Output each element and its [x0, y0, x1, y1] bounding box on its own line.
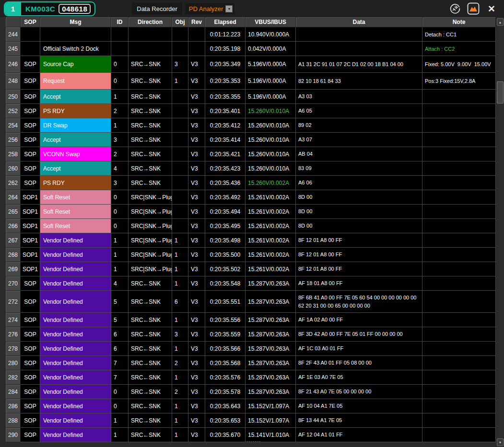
column-header-rev[interactable]: Rev: [188, 17, 205, 27]
table-row[interactable]: 280SOPVendor Defined7SRC→SNK2V30:20:35.5…: [6, 356, 496, 370]
table-row[interactable]: 245Official Switch 2 Dock0:20:35.1980.04…: [6, 42, 496, 56]
cell-msg: Vendor Defined: [40, 356, 111, 370]
row-number[interactable]: 274: [6, 313, 21, 327]
device-model-label: KM003C: [25, 5, 55, 13]
row-number[interactable]: 278: [6, 342, 21, 356]
column-header-obj[interactable]: Obj: [172, 17, 188, 27]
cell-vbus: 15.261V/0.002A: [246, 190, 296, 205]
table-row[interactable]: 256SOPAccept3SRC→SNKV30:20:35.41415.260V…: [6, 133, 496, 147]
waveform-chart-icon[interactable]: [467, 2, 480, 15]
cell-obj: [172, 42, 188, 56]
row-number[interactable]: 250: [6, 90, 21, 104]
row-number[interactable]: 244: [6, 27, 21, 42]
row-number[interactable]: 286: [6, 399, 21, 413]
cell-vbus: 15.287V/0.263A: [246, 291, 296, 313]
table-row[interactable]: 262SOPPS RDY3SRC←SNKV30:20:35.43615.260V…: [6, 176, 496, 190]
row-number[interactable]: 272: [6, 291, 21, 313]
column-header-msg[interactable]: Msg: [40, 17, 111, 27]
row-number[interactable]: 268: [6, 248, 21, 262]
row-number[interactable]: 248: [6, 73, 21, 90]
table-row[interactable]: 266SOP1Soft Reset0SRC|SNK→PlugV30:20:35.…: [6, 219, 496, 233]
table-row[interactable]: 288SOPVendor Defined1SRC→SNK1V30:20:35.6…: [6, 413, 496, 428]
splitter-grip[interactable]: ·······: [246, 440, 261, 443]
connection-icon[interactable]: [448, 2, 462, 15]
row-number[interactable]: 266: [6, 219, 21, 233]
column-header-vbus-ibus[interactable]: VBUS/IBUS: [246, 17, 296, 27]
cell-rev: V3: [188, 327, 205, 342]
table-row[interactable]: 264SOP1Soft Reset0SRC|SNK→PlugV30:20:35.…: [6, 190, 496, 205]
cell-obj: [172, 27, 188, 42]
scroll-down-icon[interactable]: ▼: [497, 438, 504, 446]
close-icon[interactable]: ✕: [485, 2, 498, 15]
column-header-data[interactable]: Data: [296, 17, 422, 27]
cell-vbus: 15.287V/0.263A: [246, 327, 296, 342]
column-header-id[interactable]: ID: [111, 17, 129, 27]
cell-obj: 1: [172, 413, 188, 428]
row-number[interactable]: 245: [6, 42, 21, 56]
cell-data: 8F 12 01 A8 00 FF: [296, 233, 422, 248]
scrollbar-thumb[interactable]: [497, 81, 504, 103]
table-row[interactable]: 269SOP1Vendor Defined1SRC|SNK→Plug1V30:2…: [6, 262, 496, 276]
row-number[interactable]: 290: [6, 428, 21, 442]
row-number[interactable]: 258: [6, 147, 21, 161]
column-header-elapsed[interactable]: Elapsed: [205, 17, 246, 27]
table-row[interactable]: 250SOPAccept1SRC→SNKV30:20:35.3555.196V/…: [6, 90, 496, 104]
cell-obj: 1: [172, 342, 188, 356]
row-number[interactable]: 267: [6, 233, 21, 248]
row-number[interactable]: 270: [6, 276, 21, 291]
column-header-direction[interactable]: Direction: [129, 17, 172, 27]
row-number[interactable]: 256: [6, 133, 21, 147]
table-row[interactable]: 276SOPVendor Defined6SRC→SNK3V30:20:35.5…: [6, 327, 496, 342]
row-number[interactable]: 260: [6, 161, 21, 176]
data-recorder-button[interactable]: Data Recorder: [132, 3, 182, 15]
cell-msg: Accept: [40, 90, 111, 104]
scroll-up-icon[interactable]: ▲: [497, 18, 504, 26]
table-row[interactable]: 278SOPVendor Defined6SRC←SNK1V30:20:35.5…: [6, 342, 496, 356]
table-row[interactable]: 268SOP1Vendor Defined1SRC|SNK→Plug1V30:2…: [6, 248, 496, 262]
row-number[interactable]: 280: [6, 356, 21, 370]
row-number[interactable]: 252: [6, 104, 21, 118]
cell-elapsed: 0:20:35.492: [205, 190, 246, 205]
table-row[interactable]: 252SOPPS RDY2SRC→SNKV30:20:35.40115.260V…: [6, 104, 496, 118]
row-number[interactable]: 254: [6, 118, 21, 133]
device-capsule: KM003C 048618: [21, 2, 94, 15]
pd-analyzer-dropdown[interactable]: PD Analyzer ▼: [185, 3, 235, 14]
vertical-scrollbar[interactable]: ▲ ▼: [496, 17, 504, 447]
device-tab[interactable]: 1 KM003C 048618: [4, 1, 95, 16]
cell-elapsed: 0:20:35.421: [205, 147, 246, 161]
table-row[interactable]: 286SOPVendor Defined0SRC←SNK1V30:20:35.6…: [6, 399, 496, 413]
column-header-sop[interactable]: SOP: [21, 17, 40, 27]
row-number[interactable]: 288: [6, 413, 21, 428]
table-row[interactable]: 260SOPAccept4SRC→SNKV30:20:35.42315.260V…: [6, 161, 496, 176]
row-number[interactable]: 265: [6, 205, 21, 219]
table-row[interactable]: 265SOP1Soft Reset0SRC|SNK→PlugV30:20:35.…: [6, 205, 496, 219]
table-row[interactable]: 274SOPVendor Defined5SRC←SNK1V30:20:35.5…: [6, 313, 496, 327]
table-row[interactable]: 270SOPVendor Defined4SRC←SNK1V30:20:35.5…: [6, 276, 496, 291]
cell-data: [296, 42, 422, 56]
row-number[interactable]: 246: [6, 56, 21, 73]
row-number[interactable]: 284: [6, 385, 21, 399]
row-number[interactable]: 282: [6, 370, 21, 385]
row-number[interactable]: 262: [6, 176, 21, 190]
cell-sop: SOP: [21, 161, 40, 176]
row-number[interactable]: 276: [6, 327, 21, 342]
table-row[interactable]: 246SOPSource Cap0SRC→SNK3V30:20:35.3495.…: [6, 56, 496, 73]
row-number[interactable]: 269: [6, 262, 21, 276]
cell-elapsed: 0:20:35.494: [205, 205, 246, 219]
table-row[interactable]: 254SOPDR Swap1SRC←SNKV30:20:35.41215.260…: [6, 118, 496, 133]
column-header-rownum[interactable]: [6, 17, 21, 27]
device-tab-number[interactable]: 1: [5, 2, 21, 15]
row-number[interactable]: 264: [6, 190, 21, 205]
cell-elapsed: 0:20:35.198: [205, 42, 246, 56]
cell-data: A3 07: [296, 133, 422, 147]
table-row[interactable]: 267SOP1Vendor Defined1SRC|SNK→Plug1V30:2…: [6, 233, 496, 248]
table-row[interactable]: 258SOPVCONN Swap2SRC←SNKV30:20:35.42115.…: [6, 147, 496, 161]
cell-vbus: 15.261V/0.002A: [246, 233, 296, 248]
table-row[interactable]: 272SOPVendor Defined5SRC→SNK6V30:20:35.5…: [6, 291, 496, 313]
table-row[interactable]: 284SOPVendor Defined0SRC→SNK2V30:20:35.5…: [6, 385, 496, 399]
column-header-note[interactable]: Note: [422, 17, 496, 27]
table-row[interactable]: 282SOPVendor Defined7SRC←SNK1V30:20:35.5…: [6, 370, 496, 385]
table-row[interactable]: 248SOPRequest0SRC←SNK1V30:20:35.3535.196…: [6, 73, 496, 90]
cell-rev: V3: [188, 385, 205, 399]
table-row[interactable]: 2440:01:12.22310.940V/0.000ADetach : CC1: [6, 27, 496, 42]
